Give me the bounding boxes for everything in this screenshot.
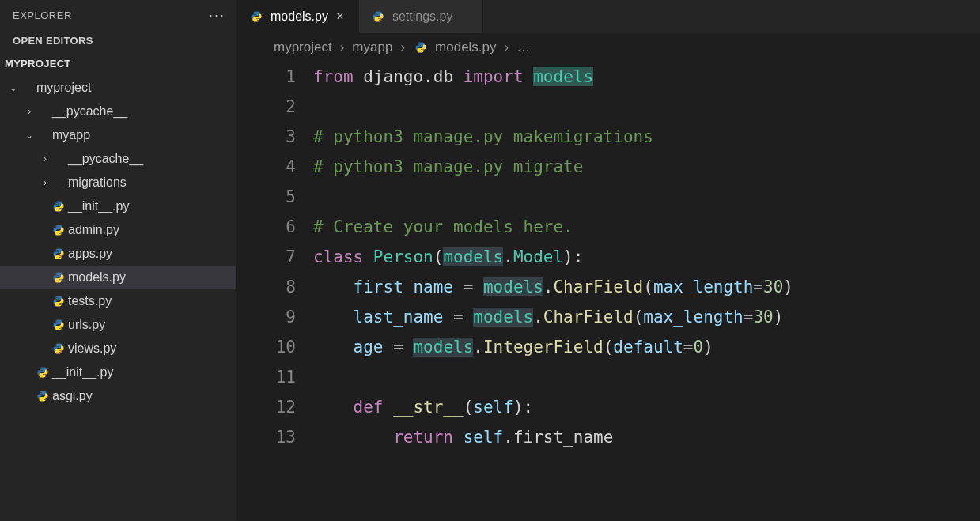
chevron-down-icon[interactable]: ⌄ <box>24 130 35 141</box>
code-content[interactable]: from django.db import models# python3 ma… <box>313 62 980 521</box>
python-file-icon <box>35 366 51 379</box>
editor-tab[interactable]: models.py× <box>237 0 359 33</box>
python-file-icon <box>35 390 51 402</box>
breadcrumb-label: myapp <box>352 40 392 55</box>
python-file-icon <box>413 41 429 54</box>
python-file-icon <box>248 10 264 23</box>
breadcrumb-label: models.py <box>435 40 496 55</box>
line-number: 5 <box>237 182 296 212</box>
code-line: def __str__(self): <box>313 392 980 422</box>
code-line: # python3 manage.py makemigrations <box>313 122 980 152</box>
tree-item-label: __init__.py <box>52 365 113 379</box>
tree-folder[interactable]: ⌄myproject <box>0 76 236 100</box>
tree-file[interactable]: models.py <box>0 266 236 289</box>
editor-tab[interactable]: settings.py× <box>359 0 483 33</box>
chevron-right-icon[interactable]: › <box>40 153 51 164</box>
tab-label: models.py <box>271 9 328 24</box>
editor-area: models.py×settings.py× myproject›myapp›m… <box>237 0 980 521</box>
tree-file[interactable]: tests.py <box>0 289 236 313</box>
tree-folder[interactable]: ›migrations <box>0 171 236 194</box>
tree-item-label: __init__.py <box>68 199 129 213</box>
explorer-title: EXPLORER <box>13 9 72 21</box>
tree-file[interactable]: __init__.py <box>0 361 236 384</box>
code-line: first_name = models.CharField(max_length… <box>313 272 980 302</box>
tree-item-label: tests.py <box>68 294 112 308</box>
code-line <box>313 92 980 122</box>
python-file-icon <box>51 271 66 284</box>
code-line: # Create your models here. <box>313 212 980 242</box>
python-file-icon <box>51 224 66 236</box>
tree-file[interactable]: __init__.py <box>0 194 236 218</box>
breadcrumb-item[interactable]: myapp <box>352 40 392 55</box>
editor-tabs: models.py×settings.py× <box>237 0 980 33</box>
line-number: 6 <box>237 212 296 242</box>
python-file-icon <box>51 295 66 308</box>
tree-item-label: __pycache__ <box>68 152 143 166</box>
code-line: from django.db import models <box>313 62 980 92</box>
explorer-more-icon[interactable]: ··· <box>209 8 225 22</box>
code-line: # python3 manage.py migrate <box>313 152 980 182</box>
tree-file[interactable]: views.py <box>0 337 236 361</box>
python-file-icon <box>51 342 66 355</box>
python-file-icon <box>370 10 386 23</box>
tab-label: settings.py <box>392 9 452 24</box>
chevron-right-icon[interactable]: › <box>24 106 35 117</box>
breadcrumb-overflow-icon[interactable]: … <box>516 40 530 55</box>
explorer-header: EXPLORER ··· <box>0 0 236 28</box>
tree-folder[interactable]: ›__pycache__ <box>0 100 236 123</box>
tree-item-label: urls.py <box>68 318 105 332</box>
line-number: 8 <box>237 272 296 302</box>
file-tree: ⌄myproject›__pycache__⌄myapp›__pycache__… <box>0 76 236 408</box>
python-file-icon <box>51 319 66 331</box>
tree-file[interactable]: asgi.py <box>0 384 236 408</box>
line-number: 10 <box>237 332 296 362</box>
tree-file[interactable]: admin.py <box>0 218 236 242</box>
line-number: 3 <box>237 122 296 152</box>
line-number: 9 <box>237 302 296 332</box>
tree-folder[interactable]: ⌄myapp <box>0 123 236 147</box>
line-number-gutter: 12345678910111213 <box>237 62 313 521</box>
breadcrumb-item[interactable]: myproject <box>274 40 332 55</box>
line-number: 2 <box>237 92 296 122</box>
chevron-right-icon[interactable]: › <box>40 177 51 188</box>
chevron-down-icon[interactable]: ⌄ <box>8 82 19 93</box>
code-line: age = models.IntegerField(default=0) <box>313 332 980 362</box>
project-root-label[interactable]: MYPROJECT <box>0 53 236 76</box>
code-line <box>313 362 980 392</box>
tree-item-label: __pycache__ <box>52 104 127 119</box>
code-line: return self.first_name <box>313 422 980 452</box>
python-file-icon <box>51 247 66 260</box>
breadcrumb-separator-icon: › <box>340 40 345 55</box>
breadcrumb-item[interactable]: models.py <box>413 40 496 55</box>
code-line <box>313 182 980 212</box>
breadcrumb-label: myproject <box>274 40 332 55</box>
code-editor[interactable]: 12345678910111213 from django.db import … <box>237 62 980 521</box>
tree-item-label: myapp <box>52 128 90 142</box>
tree-item-label: apps.py <box>68 247 112 261</box>
breadcrumb-separator-icon: › <box>505 40 509 55</box>
python-file-icon <box>51 200 66 213</box>
tree-item-label: myproject <box>36 81 91 95</box>
tree-item-label: views.py <box>68 342 116 356</box>
open-editors-section[interactable]: OPEN EDITORS <box>0 28 236 53</box>
line-number: 13 <box>237 422 296 452</box>
tree-item-label: models.py <box>68 270 126 285</box>
line-number: 11 <box>237 362 296 392</box>
tree-item-label: asgi.py <box>52 389 93 403</box>
close-icon[interactable]: × <box>333 9 347 24</box>
line-number: 7 <box>237 242 296 272</box>
tree-file[interactable]: apps.py <box>0 242 236 266</box>
code-line: last_name = models.CharField(max_length=… <box>313 302 980 332</box>
tree-file[interactable]: urls.py <box>0 313 236 337</box>
breadcrumb-separator-icon: › <box>400 40 405 55</box>
tree-folder[interactable]: ›__pycache__ <box>0 147 236 171</box>
breadcrumbs: myproject›myapp›models.py›… <box>237 33 980 62</box>
line-number: 1 <box>237 62 296 92</box>
tree-item-label: migrations <box>68 176 127 190</box>
line-number: 4 <box>237 152 296 182</box>
line-number: 12 <box>237 392 296 422</box>
tree-item-label: admin.py <box>68 223 119 237</box>
explorer-sidebar: EXPLORER ··· OPEN EDITORS MYPROJECT ⌄myp… <box>0 0 237 521</box>
code-line: class Person(models.Model): <box>313 242 980 272</box>
